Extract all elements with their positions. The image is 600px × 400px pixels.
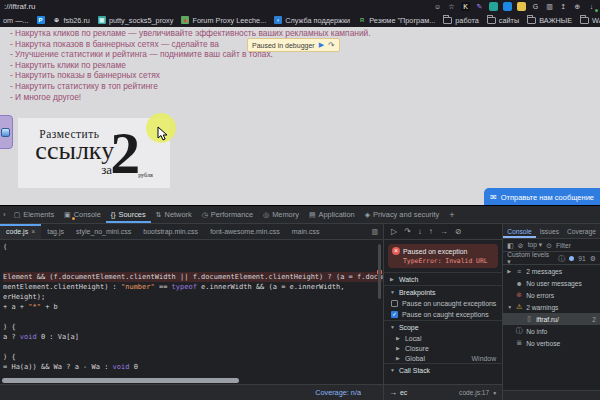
tab-sources[interactable]: {}Sources: [106, 206, 151, 223]
bookmark-item[interactable]: om —...: [3, 16, 29, 25]
step-into-icon[interactable]: ↓: [418, 228, 422, 236]
filter-user-messages[interactable]: ☻No user messages: [503, 277, 600, 289]
bookmark-star-icon[interactable]: ☆: [447, 2, 456, 11]
tab-performance[interactable]: ◷Performance: [197, 206, 258, 223]
scope-section[interactable]: ▼ Scope: [384, 320, 502, 333]
callstack-section[interactable]: ▼ Call Stack: [384, 363, 502, 376]
file-tab-tag.js[interactable]: tag.js: [41, 224, 70, 239]
checkbox-checked[interactable]: [391, 311, 398, 318]
bookmarks-bar[interactable]: om —...P⊕fsb26.ru▣putty_socks5_proxy▲For…: [0, 13, 600, 27]
filter-info[interactable]: ⓘNo info: [503, 325, 600, 337]
tab-elements[interactable]: ▢Elements: [9, 206, 59, 223]
filter-all-messages[interactable]: ▶≡2 messages: [503, 265, 600, 277]
hscroll-thumb[interactable]: [2, 378, 239, 383]
bookmark-item[interactable]: работа: [443, 16, 479, 25]
issues-count[interactable]: 91: [578, 255, 585, 262]
permissions-icon[interactable]: ☺: [433, 2, 442, 11]
feature-list-item: - Накрутить статистику в топ рейтинге: [10, 81, 371, 92]
log-levels-dropdown[interactable]: Custom levels ▾: [507, 252, 554, 265]
address-bar[interactable]: ://iftraf.ru ☺☆K✎G▥↥⊕↓: [0, 0, 600, 13]
filter-input[interactable]: Filter: [556, 242, 571, 249]
vscroll-thumb[interactable]: [378, 244, 381, 299]
context-selector[interactable]: top ▾: [528, 241, 543, 249]
bookmark-item[interactable]: ▲Forum Proxy Leeche...: [181, 16, 266, 25]
filter-label: No info: [526, 328, 547, 335]
resume-icon[interactable]: ▷: [391, 228, 397, 236]
live-expression-icon[interactable]: ⊙: [546, 242, 552, 249]
frame-location[interactable]: code.js:17: [459, 389, 489, 396]
file-tab-main.css[interactable]: main.css: [286, 224, 326, 239]
bookmark-item[interactable]: сайты: [487, 16, 519, 25]
editor-horizontal-scrollbar[interactable]: [0, 377, 383, 384]
tab-console-drawer[interactable]: Console: [503, 224, 536, 238]
downloads-icon[interactable]: ↓: [587, 2, 596, 11]
tab-issues[interactable]: Issues: [536, 224, 563, 238]
step-over-icon[interactable]: ↷: [404, 228, 411, 236]
file-tab-style_no_mini.css[interactable]: style_no_mini.css: [70, 224, 137, 239]
coverage-link[interactable]: Coverage: n/a: [315, 388, 361, 397]
callstack-frame-row[interactable]: → ec code.js:17 ▼: [384, 384, 502, 400]
tab-memory[interactable]: ◎Memory: [258, 206, 304, 223]
scope-global-row[interactable]: ▶ Global Window: [384, 353, 502, 363]
breakpoints-section[interactable]: ▼ Breakpoints: [384, 285, 502, 298]
settings-icon[interactable]: ⚙: [590, 255, 596, 262]
scope-closure-row[interactable]: ▶ Closure: [384, 343, 502, 353]
bookmark-item[interactable]: ◗Служба поддержки: [274, 16, 350, 25]
chat-widget-button[interactable]: ✉ Отправьте нам сообщение: [484, 188, 600, 205]
step-over-badge-icon[interactable]: ↷: [328, 41, 335, 50]
account-globe-icon[interactable]: ⊕: [573, 2, 582, 11]
send-tab-icon[interactable]: ↥: [559, 2, 568, 11]
add-tab-button[interactable]: +: [444, 206, 459, 223]
chevron-down-icon[interactable]: ▼: [492, 390, 497, 396]
code-editor-area[interactable]: ( Element && (f.documentElement.clientWi…: [0, 240, 383, 377]
file-tab-code.js[interactable]: code.js×: [0, 224, 41, 239]
code-line: Element && (f.documentElement.clientWidt…: [3, 272, 383, 282]
step-out-icon[interactable]: ↑: [429, 228, 433, 236]
clear-console-icon[interactable]: ⊘: [518, 242, 524, 249]
tab-console[interactable]: ▣Console: [59, 206, 106, 223]
issues-icon[interactable]: [569, 256, 574, 261]
deactivate-breakpoints-icon[interactable]: ⊘: [455, 228, 462, 236]
more-tabs-icon[interactable]: ›: [0, 206, 9, 223]
console-prompt-bar[interactable]: [503, 390, 600, 400]
tab-network[interactable]: ⇅Network: [151, 206, 197, 223]
watch-section[interactable]: ▶ Watch: [384, 272, 502, 285]
bookmark-item[interactable]: RРезюме "Програм...: [358, 16, 435, 25]
file-tab-bootstrap.min.css[interactable]: bootstrap.min.css: [137, 224, 204, 239]
ext-teal-icon[interactable]: [489, 2, 498, 11]
step-icon[interactable]: →: [440, 228, 448, 236]
ext-k-icon[interactable]: K: [461, 2, 470, 11]
checkbox-unchecked[interactable]: [391, 300, 398, 307]
tab-coverage[interactable]: Coverage: [563, 224, 600, 238]
url-text[interactable]: ://iftraf.ru: [4, 2, 36, 11]
logo-currency: рубля: [138, 172, 153, 178]
pause-uncaught-row[interactable]: Pause on uncaught exceptions: [384, 298, 502, 309]
pause-caught-row[interactable]: Pause on caught exceptions: [384, 309, 502, 320]
bookmark-item[interactable]: ▣putty_socks5_proxy: [98, 16, 174, 25]
filter-label: iftraf.ru/: [536, 316, 559, 323]
filter-warnings-iftraf[interactable]: ▯iftraf.ru/2: [503, 313, 600, 325]
floating-widget[interactable]: [0, 115, 13, 149]
resume-script-icon[interactable]: ▶: [319, 41, 324, 49]
bookmark-item[interactable]: ВАЖНЫЕ: [527, 16, 572, 25]
close-icon[interactable]: ×: [31, 228, 35, 235]
translate-icon[interactable]: G: [531, 2, 540, 11]
bookmark-item[interactable]: ⊕fsb26.ru: [53, 16, 90, 25]
ext-blue-icon[interactable]: [503, 2, 512, 11]
ext-feather-icon[interactable]: ✎: [475, 2, 484, 11]
sidebar-icon[interactable]: ▥: [545, 2, 554, 11]
scope-local-row[interactable]: ▶ Local: [384, 333, 502, 343]
file-tab-font-awesome.min.css[interactable]: font-awesome.min.css: [204, 224, 286, 239]
tab-privacy[interactable]: ◈Privacy and security: [360, 206, 445, 223]
logo-number: 2: [110, 127, 140, 179]
filter-errors[interactable]: ⊗No errors: [503, 289, 600, 301]
ext-yellow-icon[interactable]: [517, 2, 526, 11]
bookmark-item[interactable]: P: [37, 16, 45, 24]
console-sidebar-toggle-icon[interactable]: ◧: [507, 242, 514, 249]
tab-application[interactable]: ▤Application: [304, 206, 360, 223]
filter-verbose[interactable]: ≣No verbose: [503, 337, 600, 349]
filter-warnings[interactable]: ▼⚠2 warnings: [503, 301, 600, 313]
bookmark-item[interactable]: WAPER: [580, 16, 600, 25]
editor-options-icon[interactable]: ▥: [366, 224, 383, 239]
editor-vertical-scrollbar[interactable]: [377, 242, 382, 375]
